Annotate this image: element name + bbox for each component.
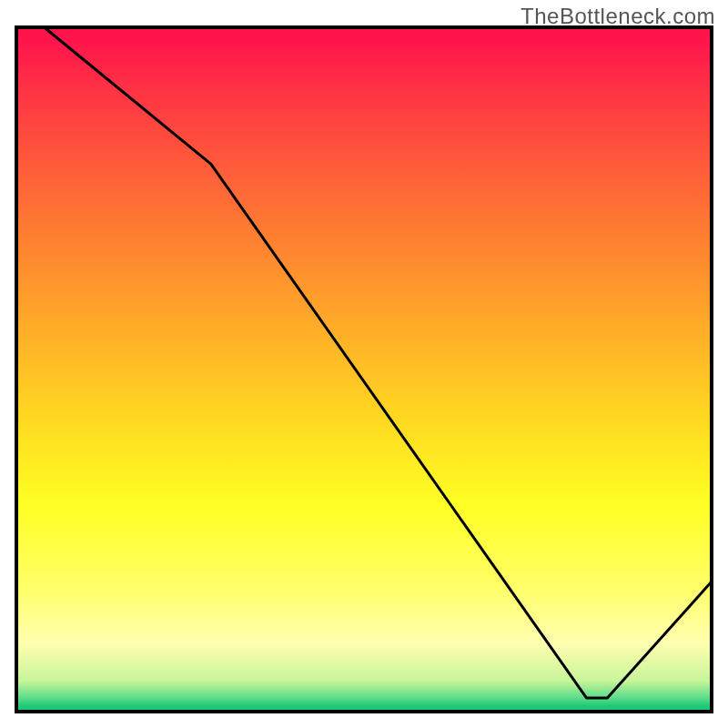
plot-background bbox=[16, 27, 712, 712]
bottleneck-chart bbox=[0, 0, 728, 728]
